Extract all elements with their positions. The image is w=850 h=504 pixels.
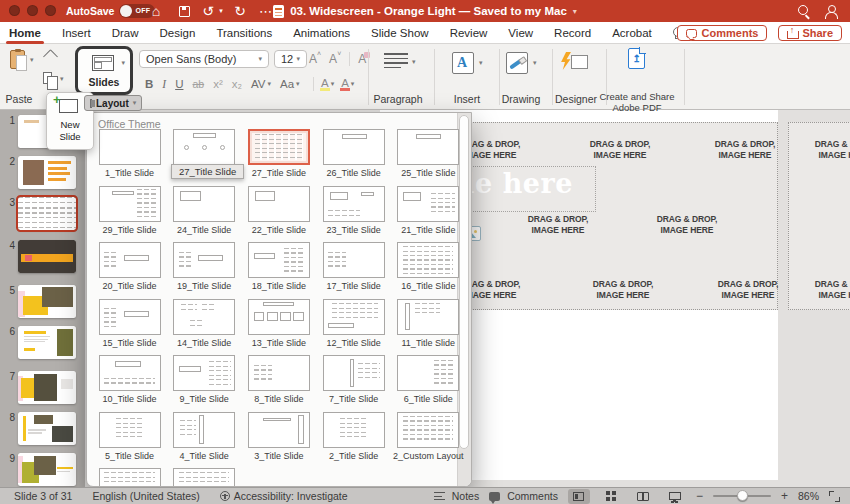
slide-thumbnail-9[interactable]: [18, 453, 76, 486]
tab-design[interactable]: Design: [159, 27, 197, 39]
layout-option-3_title-slide[interactable]: 3_Title Slide: [241, 412, 316, 461]
slide-thumbnail-2[interactable]: [18, 156, 76, 189]
drawing-label[interactable]: Drawing: [494, 93, 548, 105]
tab-record[interactable]: Record: [553, 27, 592, 39]
search-icon[interactable]: [797, 4, 810, 17]
grow-font-button[interactable]: A˄: [309, 52, 321, 66]
tab-animations[interactable]: Animations: [292, 27, 351, 39]
designer-icon[interactable]: [560, 52, 588, 74]
layout-option-9_title-slide[interactable]: 9_Title Slide: [167, 355, 242, 404]
layout-thumbnail[interactable]: [99, 186, 161, 222]
zoom-slider[interactable]: [713, 495, 771, 497]
layout-thumbnail[interactable]: [173, 129, 235, 165]
fit-slide-icon[interactable]: [829, 491, 840, 502]
layout-option-24_title-slide[interactable]: 24_Title Slide: [167, 186, 242, 235]
underline-button[interactable]: U: [175, 78, 183, 90]
layout-thumbnail[interactable]: [99, 129, 161, 165]
reading-view-button[interactable]: [632, 489, 654, 504]
font-size-select[interactable]: 12▾: [274, 50, 307, 68]
slideshow-button[interactable]: [664, 489, 686, 504]
tab-insert[interactable]: Insert: [61, 27, 92, 39]
layout-option-20_title-slide[interactable]: 20_Title Slide: [92, 242, 167, 291]
layout-option-6_title-slide[interactable]: 6_Title Slide: [391, 355, 466, 404]
paste-chevron-icon[interactable]: ▾: [30, 56, 34, 64]
layout-option-15_title-slide[interactable]: 15_Title Slide: [92, 299, 167, 348]
italic-button[interactable]: I: [162, 78, 166, 90]
layout-option-partial[interactable]: [167, 468, 242, 487]
layout-option-16_title-slide[interactable]: 16_Title Slide: [391, 242, 466, 291]
insert-chevron-icon[interactable]: ▾: [479, 59, 483, 67]
strikethrough-button[interactable]: ab: [192, 78, 204, 90]
paragraph-chevron-icon[interactable]: ▾: [412, 58, 416, 66]
layout-option-partial[interactable]: [92, 468, 167, 487]
image-placeholder-label[interactable]: DRAG & DROP,IMAGE HERE: [510, 214, 606, 235]
layout-option-26_title-slide[interactable]: 26_Title Slide: [316, 129, 391, 178]
layout-option-12_title-slide[interactable]: 12_Title Slide: [316, 299, 391, 348]
paragraph-label[interactable]: Paragraph: [370, 93, 426, 105]
layout-thumbnail[interactable]: [248, 299, 310, 335]
layout-option-8_title-slide[interactable]: 8_Title Slide: [241, 355, 316, 404]
layout-option-17_title-slide[interactable]: 17_Title Slide: [316, 242, 391, 291]
layout-thumbnail[interactable]: [173, 299, 235, 335]
cut-icon[interactable]: [44, 52, 57, 64]
layout-option-27_title-slide[interactable]: 27_Title Slide: [241, 129, 316, 178]
zoom-level[interactable]: 86%: [798, 490, 819, 502]
layout-option-10_title-slide[interactable]: 10_Title Slide: [92, 355, 167, 404]
paragraph-icon[interactable]: [384, 53, 408, 69]
image-placeholder-label[interactable]: DRAG & DROP,IMAGE HERE: [572, 139, 668, 160]
layout-option-22_title-slide[interactable]: 22_Title Slide: [241, 186, 316, 235]
font-name-select[interactable]: Open Sans (Body)▾: [139, 50, 269, 68]
layout-thumbnail[interactable]: [248, 186, 310, 222]
slide-thumbnail-5[interactable]: [18, 285, 76, 318]
tab-view[interactable]: View: [507, 27, 534, 39]
insert-icon[interactable]: A: [452, 52, 474, 74]
layout-thumbnail[interactable]: [99, 299, 161, 335]
copy-chevron-icon[interactable]: ▾: [60, 75, 64, 83]
paste-icon[interactable]: [10, 50, 25, 69]
shrink-font-button[interactable]: A˅: [329, 52, 341, 66]
layout-option-7_title-slide[interactable]: 7_Title Slide: [316, 355, 391, 404]
slide-thumbnail-6[interactable]: [18, 326, 76, 359]
image-placeholder-label[interactable]: DRAG & DROP,IMAGE HERE: [797, 279, 850, 300]
clear-formatting-button[interactable]: A: [358, 52, 366, 66]
slide-thumbnail-8[interactable]: [18, 412, 76, 445]
image-placeholder-label[interactable]: DRAG & DROP,IMAGE HERE: [700, 279, 796, 300]
image-placeholder-label[interactable]: DRAG & DROP,IMAGE HERE: [797, 139, 850, 160]
layout-thumbnail[interactable]: [99, 355, 161, 391]
layout-thumbnail[interactable]: [397, 242, 459, 278]
tab-draw[interactable]: Draw: [111, 27, 140, 39]
layout-option-11_title-slide[interactable]: 11_Title Slide: [391, 299, 466, 348]
change-case-button[interactable]: Aa▾: [280, 78, 300, 90]
layout-thumbnail[interactable]: [173, 355, 235, 391]
layout-thumbnail[interactable]: [323, 129, 385, 165]
layout-option-14_title-slide[interactable]: 14_Title Slide: [167, 299, 242, 348]
layout-option-19_title-slide[interactable]: 19_Title Slide: [167, 242, 242, 291]
layout-option-21_title-slide[interactable]: 21_Title Slide: [391, 186, 466, 235]
copy-icon[interactable]: [43, 72, 52, 84]
layout-option-5_title-slide[interactable]: 5_Title Slide: [92, 412, 167, 461]
layout-option-25_title-slide[interactable]: 25_Title Slide: [391, 129, 466, 178]
zoom-out-button[interactable]: −: [696, 489, 703, 503]
slide-thumbnail-7[interactable]: [18, 371, 76, 404]
layout-thumbnail[interactable]: [323, 299, 385, 335]
image-placeholder-label[interactable]: DRAG & DROP,IMAGE HERE: [697, 139, 793, 160]
layout-thumbnail[interactable]: [173, 412, 235, 448]
character-spacing-button[interactable]: AV▾: [251, 78, 271, 90]
accessibility-status[interactable]: Accessibility: Investigate: [220, 490, 348, 502]
layout-thumbnail[interactable]: [99, 242, 161, 278]
tab-acrobat[interactable]: Acrobat: [611, 27, 653, 39]
zoom-slider-thumb[interactable]: [737, 490, 748, 501]
layout-thumbnail[interactable]: [248, 242, 310, 278]
layout-thumbnail[interactable]: [173, 468, 235, 487]
zoom-in-button[interactable]: +: [781, 489, 788, 503]
subscript-button[interactable]: x₂: [232, 78, 242, 90]
bold-button[interactable]: B: [145, 78, 153, 90]
layout-option-13_title-slide[interactable]: 13_Title Slide: [241, 299, 316, 348]
image-placeholder-label[interactable]: DRAG & DROP,IMAGE HERE: [639, 214, 735, 235]
tab-slide-show[interactable]: Slide Show: [370, 27, 430, 39]
layout-thumbnail[interactable]: [248, 129, 310, 165]
highlight-color-button[interactable]: A▾: [321, 77, 334, 91]
layout-thumbnail[interactable]: [323, 242, 385, 278]
layout-thumbnail[interactable]: [397, 299, 459, 335]
gallery-scrollbar[interactable]: [459, 115, 469, 449]
